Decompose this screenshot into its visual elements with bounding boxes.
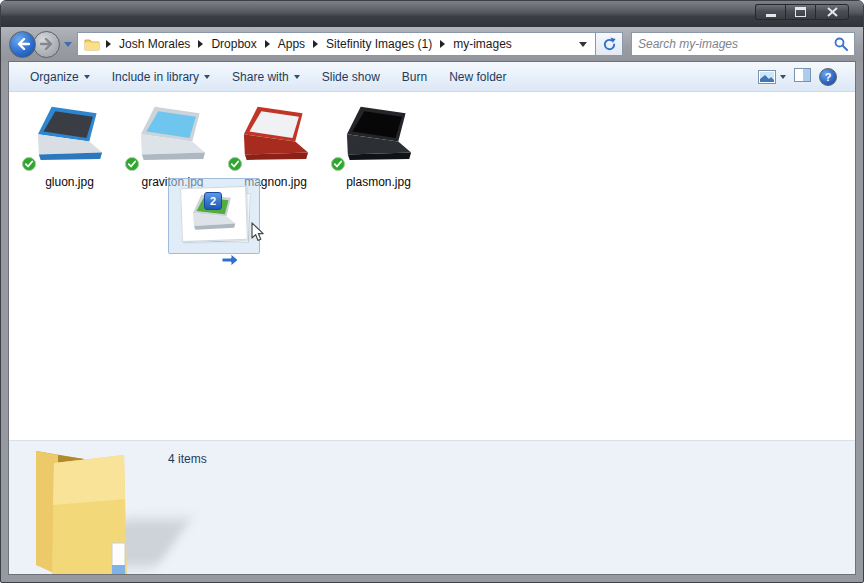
preview-pane-icon: [794, 68, 811, 82]
address-bar[interactable]: Josh Morales Dropbox Apps Sitefinity Ima…: [77, 32, 596, 56]
navigation-bar: Josh Morales Dropbox Apps Sitefinity Ima…: [1, 27, 863, 61]
sync-ok-icon: [22, 157, 36, 171]
maximize-button[interactable]: [785, 4, 815, 20]
drag-ghost: 2: [168, 178, 260, 254]
drag-count-badge: 2: [204, 192, 222, 210]
close-button[interactable]: [815, 4, 849, 20]
explorer-window: Josh Morales Dropbox Apps Sitefinity Ima…: [0, 0, 864, 583]
file-item[interactable]: gluon.jpg: [18, 98, 121, 189]
file-item[interactable]: magnon.jpg: [224, 98, 327, 189]
breadcrumb-segment[interactable]: Apps: [261, 35, 309, 53]
breadcrumb-separator-icon: [265, 40, 270, 48]
forward-button[interactable]: [33, 31, 60, 58]
help-button[interactable]: ?: [819, 68, 837, 86]
folder-icon: [84, 38, 100, 51]
sync-ok-icon: [331, 157, 345, 171]
back-arrow-icon: [16, 38, 30, 50]
item-count: 4 items: [168, 452, 207, 466]
toolbar-item[interactable]: Share with: [221, 66, 311, 88]
breadcrumb-segment[interactable]: Josh Morales: [102, 35, 194, 53]
sync-ok-icon: [125, 157, 139, 171]
views-icon: [758, 70, 776, 84]
folder-icon-large: [32, 447, 132, 574]
search-icon[interactable]: [834, 37, 848, 51]
file-name: plasmon.jpg: [327, 175, 430, 189]
preview-pane-button[interactable]: [794, 68, 811, 85]
chevron-down-icon: [204, 75, 210, 79]
file-name: gluon.jpg: [18, 175, 121, 189]
search-input[interactable]: [638, 37, 834, 51]
minimize-icon: [766, 8, 776, 17]
mouse-cursor: [251, 222, 265, 242]
refresh-icon: [602, 37, 617, 52]
recent-pages-dropdown[interactable]: [64, 42, 72, 47]
breadcrumb-segment[interactable]: my-images: [436, 35, 516, 53]
details-pane: 4 items: [9, 440, 855, 574]
breadcrumb-segment[interactable]: Sitefinity Images (1): [309, 35, 436, 53]
toolbar-item[interactable]: Organize: [19, 66, 101, 88]
file-grid: gluon.jpg: [9, 92, 855, 189]
chevron-down-icon: [780, 75, 786, 79]
window-controls: [755, 4, 849, 20]
file-item[interactable]: plasmon.jpg: [327, 98, 430, 189]
sync-ok-icon: [228, 157, 242, 171]
breadcrumb-separator-icon: [313, 40, 318, 48]
toolbar-item[interactable]: Include in library: [101, 66, 221, 88]
toolbar-item[interactable]: New folder: [438, 66, 517, 88]
change-view-button[interactable]: [758, 70, 786, 84]
breadcrumb-separator-icon: [198, 40, 203, 48]
breadcrumb-separator-icon: [440, 40, 445, 48]
chevron-down-icon: [294, 75, 300, 79]
close-icon: [827, 7, 838, 17]
breadcrumb-segment[interactable]: Dropbox: [194, 35, 260, 53]
toolbar-item[interactable]: Slide show: [311, 66, 391, 88]
forward-arrow-icon: [40, 38, 54, 50]
toolbar-right-group: ?: [758, 68, 845, 86]
search-box: [631, 32, 855, 56]
back-button[interactable]: [9, 31, 36, 58]
toolbar-item[interactable]: Burn: [391, 66, 438, 88]
laptop-image: [127, 104, 219, 170]
address-dropdown-icon[interactable]: [579, 42, 587, 47]
laptop-image: [333, 104, 425, 170]
minimize-button[interactable]: [755, 4, 785, 20]
refresh-button[interactable]: [596, 32, 623, 56]
laptop-image: [24, 104, 116, 170]
command-toolbar: Organize Include in library Share with S…: [9, 62, 855, 92]
chevron-down-icon: [84, 75, 90, 79]
file-list-area: gluon.jpg: [9, 92, 855, 440]
move-indicator-icon: [222, 253, 239, 267]
title-bar: [1, 1, 863, 27]
file-item[interactable]: graviton.jpg: [121, 98, 224, 189]
breadcrumb-separator-icon: [106, 40, 111, 48]
maximize-icon: [795, 7, 806, 17]
client-area: Organize Include in library Share with S…: [8, 61, 856, 575]
laptop-image: [230, 104, 322, 170]
